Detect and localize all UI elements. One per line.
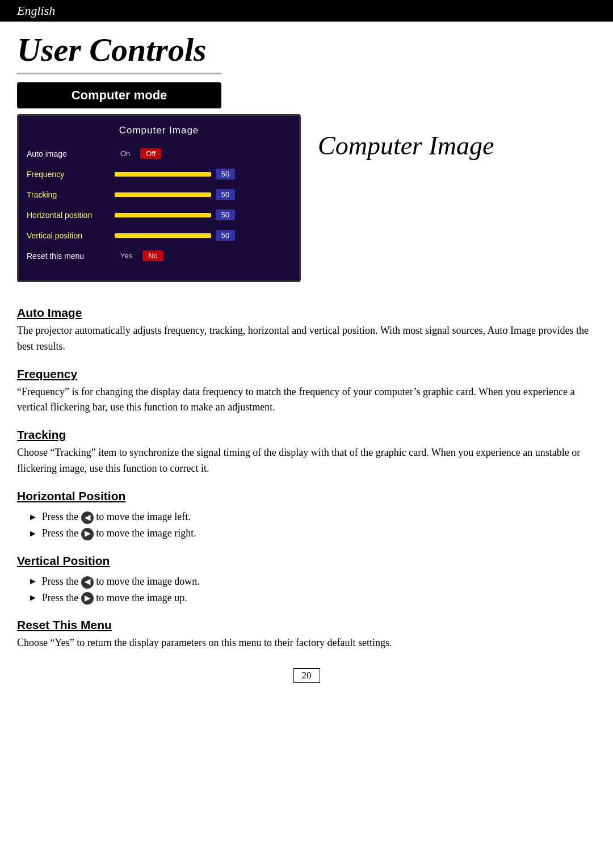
- left-arrow-btn-v[interactable]: ◀: [81, 576, 94, 589]
- computer-mode-label: Computer mode: [17, 82, 221, 108]
- text-frequency: “Frequency” is for changing the display …: [17, 384, 596, 416]
- right-arrow-btn-v[interactable]: ▶: [81, 592, 94, 605]
- osd-row-horizontal: Horizontal position 50: [27, 208, 291, 223]
- heading-tracking: Tracking: [17, 428, 596, 442]
- osd-label-tracking: Tracking: [27, 190, 115, 199]
- computer-image-heading: Computer Image: [318, 131, 596, 161]
- osd-auto-image-on[interactable]: On: [115, 148, 136, 159]
- osd-toggle-auto-image: On Off: [115, 148, 161, 159]
- osd-label-reset: Reset this menu: [27, 251, 115, 261]
- text-auto-image: The projector automatically adjusts freq…: [17, 323, 596, 355]
- page-number: 20: [293, 668, 320, 683]
- osd-track-vertical: [115, 233, 211, 238]
- page-number-area: 20: [0, 651, 613, 694]
- osd-reset-no[interactable]: No: [142, 250, 163, 261]
- heading-auto-image: Auto Image: [17, 306, 596, 320]
- heading-vertical: Vertical Position: [17, 554, 596, 568]
- osd-slider-vertical: 50: [115, 230, 291, 241]
- text-tracking: Choose “Tracking” item to synchronize th…: [17, 445, 596, 477]
- title-divider: [17, 73, 221, 74]
- list-item: ► Press the ▶ to move the image up.: [28, 590, 596, 606]
- osd-slider-horizontal: 50: [115, 209, 291, 220]
- top-bar: English: [0, 0, 613, 22]
- bullet-arrow-icon: ►: [28, 510, 37, 525]
- section-auto-image: Auto Image The projector automatically a…: [17, 306, 596, 355]
- osd-fill-tracking: [115, 192, 168, 197]
- heading-frequency: Frequency: [17, 367, 596, 381]
- osd-screen: Computer Image Auto image On Off Frequen…: [17, 114, 301, 282]
- list-vertical: ► Press the ◀ to move the image down. ► …: [17, 571, 596, 606]
- content-sections: Auto Image The projector automatically a…: [0, 282, 613, 651]
- section-frequency: Frequency “Frequency” is for changing th…: [17, 367, 596, 416]
- osd-row-auto-image: Auto image On Off: [27, 146, 291, 161]
- osd-reset-yes[interactable]: Yes: [115, 250, 138, 261]
- osd-track-frequency: [115, 172, 211, 177]
- osd-row-frequency: Frequency 50: [27, 167, 291, 182]
- osd-row-reset: Reset this menu Yes No: [27, 249, 291, 263]
- list-item: ► Press the ◀ to move the image down.: [28, 573, 596, 590]
- osd-label-horizontal: Horizontal position: [27, 211, 115, 220]
- section-tracking: Tracking Choose “Tracking” item to synch…: [17, 428, 596, 477]
- language-label: English: [17, 3, 55, 18]
- osd-label-auto-image: Auto image: [27, 149, 115, 158]
- osd-label-frequency: Frequency: [27, 170, 115, 179]
- section-vertical: Vertical Position ► Press the ◀ to move …: [17, 554, 596, 606]
- left-column: Computer Image Auto image On Off Frequen…: [17, 114, 301, 282]
- right-column: Computer Image: [318, 114, 596, 282]
- osd-value-vertical: 50: [216, 230, 235, 241]
- list-item: ► Press the ▶ to move the image right.: [28, 525, 596, 542]
- osd-fill-frequency: [115, 172, 168, 177]
- left-arrow-btn[interactable]: ◀: [81, 511, 94, 524]
- osd-row-vertical: Vertical position 50: [27, 228, 291, 243]
- osd-row-tracking: Tracking 50: [27, 187, 291, 202]
- osd-track-horizontal: [115, 213, 211, 217]
- osd-screen-title: Computer Image: [27, 125, 291, 136]
- osd-track-tracking: [115, 192, 211, 197]
- heading-horizontal: Horizontal Position: [17, 489, 596, 503]
- page-title: User Controls: [0, 22, 613, 68]
- list-horizontal: ► Press the ◀ to move the image left. ► …: [17, 506, 596, 542]
- osd-label-vertical: Vertical position: [27, 231, 115, 240]
- osd-toggle-reset: Yes No: [115, 250, 163, 261]
- osd-slider-tracking: 50: [115, 189, 291, 200]
- osd-value-frequency: 50: [216, 169, 235, 179]
- osd-fill-horizontal: [115, 213, 168, 217]
- osd-fill-vertical: [115, 233, 168, 238]
- text-reset: Choose “Yes” to return the display param…: [17, 635, 596, 651]
- bullet-arrow-icon: ►: [28, 574, 37, 589]
- section-horizontal: Horizontal Position ► Press the ◀ to mov…: [17, 489, 596, 542]
- osd-value-tracking: 50: [216, 189, 235, 200]
- bullet-arrow-icon: ►: [28, 590, 37, 605]
- osd-auto-image-off[interactable]: Off: [140, 148, 161, 159]
- bullet-arrow-icon: ►: [28, 526, 37, 541]
- osd-value-horizontal: 50: [216, 209, 235, 220]
- section-reset: Reset This Menu Choose “Yes” to return t…: [17, 618, 596, 651]
- list-item: ► Press the ◀ to move the image left.: [28, 509, 596, 525]
- right-arrow-btn[interactable]: ▶: [81, 528, 94, 540]
- osd-slider-frequency: 50: [115, 169, 291, 179]
- main-layout: Computer Image Auto image On Off Frequen…: [0, 114, 613, 282]
- heading-reset: Reset This Menu: [17, 618, 596, 632]
